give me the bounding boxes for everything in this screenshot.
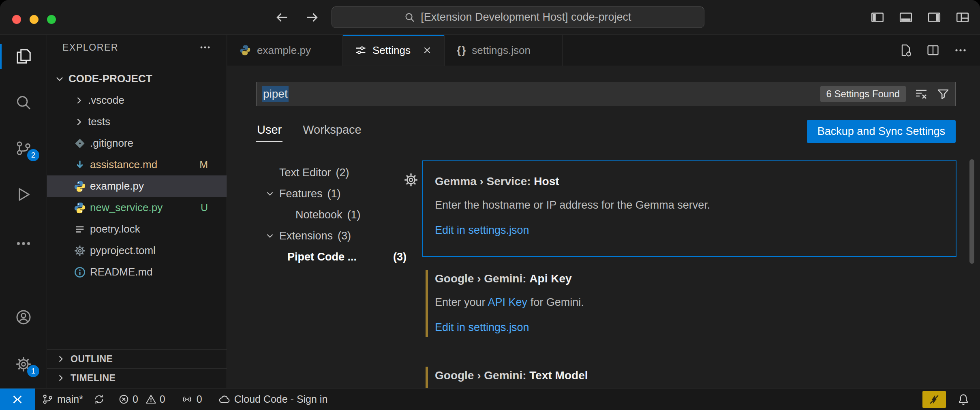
tree-item-example-py[interactable]: example.py	[47, 175, 227, 197]
api-key-link[interactable]: API Key	[488, 296, 528, 308]
chevron-right-icon	[73, 95, 85, 106]
clear-search-icon[interactable]	[915, 88, 928, 100]
filter-icon[interactable]	[937, 88, 950, 100]
git-branch-status[interactable]: main*	[42, 393, 83, 405]
explorer-more-actions-icon[interactable]	[199, 41, 211, 53]
setting-description: Enter the hostname or IP address for the…	[435, 198, 944, 212]
bell-icon[interactable]	[957, 393, 969, 406]
warning-icon	[146, 394, 156, 405]
nav-back-icon[interactable]	[275, 10, 289, 25]
window-title: [Extension Development Host] code-projec…	[421, 11, 631, 23]
setting-actions-gear-icon[interactable]	[404, 173, 418, 187]
more-actions-icon[interactable]	[954, 44, 967, 57]
sidebar-item-search[interactable]	[0, 88, 47, 117]
tree-item-pyproject-toml[interactable]: pyproject.toml	[47, 240, 227, 261]
settings-editor: pipet 6 Settings Found User Workspace Ba…	[227, 66, 980, 388]
remote-indicator[interactable]	[0, 389, 35, 410]
edit-in-settings-json-link[interactable]: Edit in settings.json	[435, 320, 956, 335]
sidebar-title: EXPLORER	[62, 42, 118, 53]
toc-item-notebook[interactable]: Notebook (1)	[244, 204, 420, 225]
activity-bar: 2 1	[0, 35, 47, 388]
chevron-right-icon	[56, 373, 66, 383]
json-braces-icon: { }	[457, 44, 466, 57]
customize-layout-icon[interactable]	[956, 11, 969, 24]
info-file-icon	[73, 266, 87, 278]
search-icon	[15, 94, 32, 111]
cloud-code-status[interactable]: Cloud Code - Sign in	[218, 393, 328, 405]
tab-settings-json[interactable]: { } settings.json	[445, 35, 563, 66]
file-tree: CODE-PROJECT .vscode tests .gitignore	[47, 60, 227, 283]
tree-item-tests[interactable]: tests	[47, 111, 227, 132]
sync-changes-button[interactable]	[94, 394, 105, 405]
run-debug-icon	[15, 186, 32, 203]
settings-sliders-icon	[355, 45, 366, 56]
split-editor-icon[interactable]	[927, 44, 939, 57]
zoom-button[interactable]	[47, 15, 56, 24]
toc-item-extensions[interactable]: Extensions (3)	[244, 225, 420, 246]
search-icon	[404, 12, 415, 23]
close-button[interactable]	[12, 15, 21, 24]
toc-item-text-editor[interactable]: Text Editor (2)	[244, 162, 420, 183]
toml-gear-icon	[73, 245, 87, 257]
setting-title: Google › Gemini: Api Key	[435, 271, 956, 286]
setting-gemma-service-host[interactable]: Gemma › Service: Host Enter the hostname…	[422, 160, 956, 257]
scope-tab-user[interactable]: User	[256, 120, 282, 143]
open-settings-json-icon[interactable]	[899, 44, 912, 57]
accounts-button[interactable]	[0, 303, 47, 332]
problems-status[interactable]: 0 0	[118, 393, 165, 405]
setting-google-gemini-api-key[interactable]: Google › Gemini: Api Key Enter your API …	[426, 270, 956, 337]
radio-tower-icon	[182, 394, 193, 405]
explorer-sidebar: EXPLORER CODE-PROJECT .vscode	[47, 35, 227, 388]
toggle-secondary-sidebar-icon[interactable]	[927, 11, 941, 24]
ports-status[interactable]: 0	[182, 393, 202, 405]
tree-item-gitignore[interactable]: .gitignore	[47, 132, 227, 154]
chevron-down-icon	[264, 231, 276, 241]
toc-item-features[interactable]: Features (1)	[244, 183, 420, 204]
scrollbar-thumb[interactable]	[969, 159, 974, 264]
backup-sync-button[interactable]: Backup and Sync Settings	[807, 120, 956, 143]
tab-settings[interactable]: Settings	[343, 35, 445, 66]
lightning-slash-icon	[929, 394, 940, 405]
sidebar-item-more-views[interactable]	[0, 229, 47, 258]
sidebar-item-explorer[interactable]	[0, 42, 47, 71]
toggle-primary-sidebar-icon[interactable]	[871, 11, 884, 24]
edit-in-settings-json-link[interactable]: Edit in settings.json	[435, 223, 944, 237]
editor-area: example.py Settings { } settings.json	[227, 35, 980, 388]
tree-item-readme-md[interactable]: README.md	[47, 261, 227, 283]
nav-forward-icon[interactable]	[305, 10, 319, 25]
account-icon	[15, 309, 32, 325]
tree-item-poetry-lock[interactable]: poetry.lock	[47, 218, 227, 240]
chevron-down-icon	[53, 74, 66, 84]
command-center[interactable]: [Extension Development Host] code-projec…	[332, 6, 704, 28]
timeline-section-header[interactable]: TIMELINE	[47, 368, 227, 387]
manage-badge: 1	[27, 365, 39, 377]
chevron-down-icon	[264, 189, 276, 199]
titlebar: [Extension Development Host] code-projec…	[0, 0, 980, 35]
python-file-icon	[240, 45, 251, 56]
tree-root-folder[interactable]: CODE-PROJECT	[47, 68, 227, 90]
extension-host-status[interactable]	[922, 391, 946, 408]
setting-google-gemini-text-model[interactable]: Google › Gemini: Text Model	[426, 367, 956, 388]
setting-title: Google › Gemini: Text Model	[435, 368, 956, 383]
tree-item-assistance-md[interactable]: assistance.md M	[47, 154, 227, 175]
cloud-icon	[218, 393, 230, 405]
setting-description: Enter your API Key for Gemini.	[435, 295, 956, 310]
chevron-right-icon	[56, 354, 66, 364]
minimize-button[interactable]	[30, 15, 39, 24]
settings-toc: Text Editor (2) Features (1) Notebook (1…	[244, 162, 420, 267]
manage-button[interactable]: 1	[0, 350, 47, 379]
scope-tab-workspace[interactable]: Workspace	[302, 120, 362, 143]
toggle-panel-icon[interactable]	[899, 11, 913, 24]
sidebar-item-run-debug[interactable]	[0, 180, 47, 209]
files-icon	[15, 48, 32, 64]
outline-section-header[interactable]: OUTLINE	[47, 349, 227, 368]
close-tab-icon[interactable]	[422, 45, 432, 55]
settings-search-input[interactable]: pipet 6 Settings Found	[256, 82, 956, 106]
tab-example-py[interactable]: example.py	[227, 35, 343, 66]
search-query-text: pipet	[262, 86, 289, 102]
toc-item-pipet-code[interactable]: Pipet Code ... (3)	[244, 246, 420, 267]
markdown-file-icon	[73, 159, 87, 171]
tree-item-vscode[interactable]: .vscode	[47, 90, 227, 111]
tree-item-new-service-py[interactable]: new_service.py U	[47, 197, 227, 218]
sidebar-item-source-control[interactable]: 2	[0, 134, 47, 163]
